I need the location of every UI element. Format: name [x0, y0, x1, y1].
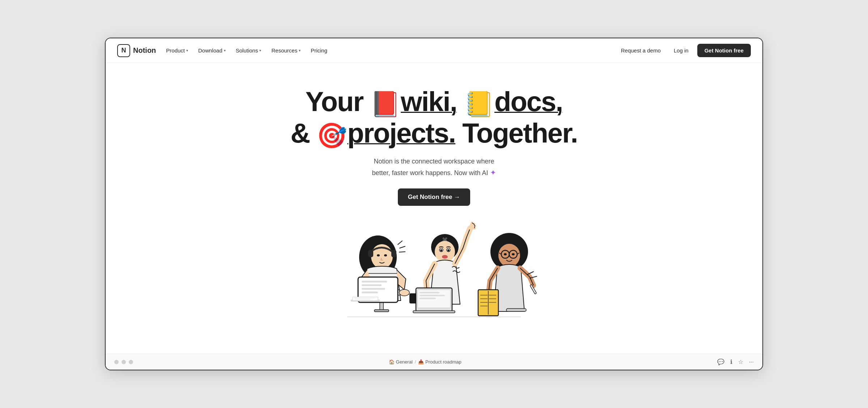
- hero-title-line1: Your 📕wiki, 📒docs,: [290, 86, 577, 118]
- svg-rect-37: [420, 292, 439, 293]
- dot-3: [129, 360, 133, 364]
- info-icon[interactable]: ℹ: [730, 358, 732, 365]
- svg-point-11: [399, 289, 409, 296]
- bottom-actions: 💬 ℹ ☆ ···: [717, 358, 754, 365]
- request-demo-button[interactable]: Request a demo: [617, 44, 665, 56]
- chevron-down-icon: ▾: [299, 48, 301, 52]
- projects-emoji: 🎯: [316, 122, 346, 149]
- notion-logo-icon: N: [117, 44, 130, 57]
- browser-window: N Notion Product ▾ Download ▾ Solutions …: [105, 38, 763, 370]
- svg-rect-38: [420, 295, 445, 296]
- svg-rect-60: [506, 309, 526, 311]
- svg-rect-39: [420, 298, 436, 299]
- svg-rect-17: [362, 288, 385, 290]
- nav-link-solutions[interactable]: Solutions ▾: [231, 44, 266, 56]
- svg-rect-3: [391, 250, 396, 257]
- nav-link-download[interactable]: Download ▾: [194, 44, 230, 56]
- login-button[interactable]: Log in: [669, 44, 693, 56]
- nav-link-pricing[interactable]: Pricing: [306, 44, 332, 56]
- svg-point-4: [377, 254, 380, 256]
- chevron-down-icon: ▾: [224, 48, 226, 52]
- svg-point-34: [442, 255, 448, 259]
- svg-line-25: [400, 246, 405, 248]
- svg-point-47: [512, 253, 515, 255]
- nav-links: Product ▾ Download ▾ Solutions ▾ Resourc…: [162, 44, 332, 56]
- chevron-down-icon: ▾: [259, 48, 261, 52]
- hero-title-line2: & 🎯projects. Together.: [290, 118, 577, 149]
- get-notion-free-button-hero[interactable]: Get Notion free →: [398, 188, 471, 206]
- svg-line-24: [398, 241, 402, 245]
- svg-rect-40: [413, 311, 455, 313]
- hero-docs-text: docs,: [494, 86, 563, 117]
- nav-link-product[interactable]: Product ▾: [162, 44, 192, 56]
- person-center: ⌘: [413, 223, 475, 313]
- svg-rect-2: [368, 250, 373, 257]
- hero-section: Your 📕wiki, 📒docs, & 🎯projects. Together…: [106, 63, 762, 333]
- docs-emoji: 📒: [464, 90, 494, 118]
- star-icon[interactable]: ☆: [738, 358, 743, 365]
- more-options-icon[interactable]: ···: [749, 359, 754, 365]
- hero-projects-text: projects.: [347, 118, 455, 148]
- svg-point-5: [384, 254, 387, 256]
- illustration-area: ⌘: [106, 217, 762, 333]
- svg-point-33: [447, 249, 450, 251]
- comment-icon[interactable]: 💬: [717, 358, 724, 365]
- wiki-emoji: 📕: [370, 90, 400, 118]
- nav-brand: Notion: [133, 46, 156, 55]
- hero-wiki-text: wiki,: [401, 86, 457, 117]
- window-controls: [114, 360, 133, 364]
- svg-point-46: [504, 253, 507, 255]
- get-notion-free-button-nav[interactable]: Get Notion free: [697, 44, 751, 57]
- dot-1: [114, 360, 119, 364]
- svg-rect-18: [362, 292, 378, 293]
- nav-right: Request a demo Log in Get Notion free: [617, 44, 751, 57]
- breadcrumb-page[interactable]: 📥 Product roadmap: [418, 359, 461, 365]
- breadcrumb-home[interactable]: 🏠 General: [389, 359, 413, 365]
- ai-sparkle-icon: ✦: [490, 167, 496, 178]
- chevron-down-icon: ▾: [186, 48, 188, 52]
- navbar: N Notion Product ▾ Download ▾ Solutions …: [106, 38, 762, 63]
- nav-logo[interactable]: N Notion: [117, 44, 156, 57]
- breadcrumb-separator: /: [415, 359, 416, 365]
- person-right: [478, 233, 537, 316]
- breadcrumb: 🏠 General / 📥 Product roadmap: [389, 359, 461, 365]
- svg-rect-13: [374, 310, 389, 312]
- svg-rect-20: [353, 297, 378, 301]
- svg-point-29: [435, 241, 455, 263]
- hero-subtitle: Notion is the connected workspace where …: [372, 156, 496, 178]
- hero-title: Your 📕wiki, 📒docs, & 🎯projects. Together…: [290, 86, 577, 149]
- person-left: [351, 235, 422, 312]
- svg-line-26: [399, 252, 405, 252]
- hero-illustration: ⌘: [311, 217, 557, 333]
- svg-rect-16: [362, 284, 382, 286]
- svg-rect-15: [362, 281, 387, 282]
- nav-link-resources[interactable]: Resources ▾: [267, 44, 305, 56]
- svg-point-32: [440, 249, 442, 251]
- main-content: Your 📕wiki, 📒docs, & 🎯projects. Together…: [106, 63, 762, 354]
- bottom-bar: 🏠 General / 📥 Product roadmap 💬 ℹ ☆ ···: [106, 354, 762, 370]
- dot-2: [122, 360, 126, 364]
